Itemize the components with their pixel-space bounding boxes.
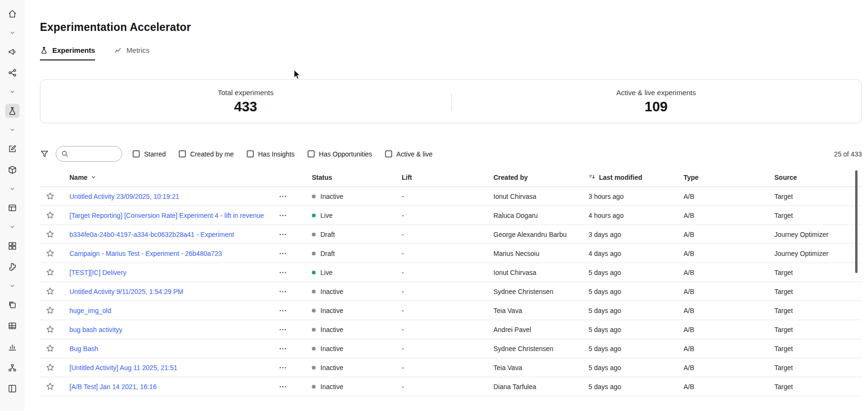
checkbox-box[interactable] [247,150,254,157]
experiment-name-link[interactable]: [TEST][IC] Delivery [69,269,126,276]
star-icon[interactable] [46,230,55,239]
chevron-down-icon[interactable] [5,281,19,291]
star-icon[interactable] [46,382,55,391]
experiment-name-link[interactable]: b334fe0a-24b0-4197-a334-bc0632b28a41 - E… [69,231,234,238]
lift-value: - [395,364,485,372]
source-value: Target [766,288,862,295]
more-actions-button[interactable] [276,343,290,354]
more-actions-button[interactable] [276,362,290,373]
more-actions-button[interactable] [276,382,290,392]
more-actions-button[interactable] [276,248,290,259]
chevron-down-icon[interactable] [5,87,19,97]
checkbox-has-opportunities[interactable]: Has Opportunities [308,150,372,158]
star-icon[interactable] [46,211,55,220]
experiment-name-link[interactable]: huge_img_old [69,307,111,314]
more-actions-button[interactable] [276,267,290,278]
lift-value: - [395,288,485,295]
experiment-name-link[interactable]: [Untitled Activity] Aug 11 2025, 21:51 [69,364,177,372]
column-header-lift[interactable]: Lift [395,174,485,181]
lift-value: - [395,345,485,352]
ellipsis-icon [279,230,287,239]
box-icon[interactable] [5,163,19,177]
checkbox-box[interactable] [308,150,315,157]
experiment-name-link[interactable]: Bug Bash [69,345,98,352]
star-icon[interactable] [46,192,55,201]
last-modified: 3 days ago [580,231,675,238]
more-actions-button[interactable] [276,305,290,316]
result-count: 25 of 433 [834,150,862,158]
chevron-down-icon[interactable] [5,125,19,135]
column-header-last-modified[interactable]: Last modified [580,174,675,181]
checkbox-has-insights[interactable]: Has Insights [247,150,295,158]
grid-icon[interactable] [5,239,19,253]
chevron-down-icon[interactable] [5,222,19,232]
chevron-down-icon[interactable] [5,28,19,38]
star-icon[interactable] [46,363,55,372]
panels-icon[interactable] [5,382,19,396]
more-actions-button[interactable] [276,286,290,297]
column-header-name[interactable]: Name [60,174,302,181]
star-icon[interactable] [46,287,55,296]
checkbox-box[interactable] [385,150,392,157]
column-header-type[interactable]: Type [675,174,766,181]
column-header-created-by[interactable]: Created by [485,174,580,181]
status-dot [312,366,316,370]
org-icon[interactable] [5,361,19,375]
copy-icon[interactable] [5,298,19,312]
puzzle-icon[interactable] [5,260,19,274]
table-row: [Target Reporting] [Conversion Rate] Exp… [40,206,862,225]
filter-funnel-button[interactable] [40,149,49,158]
edit-icon[interactable] [5,142,19,156]
tab-bar: Experiments Metrics [40,46,868,60]
lift-value: - [395,269,485,276]
experiment-name-link[interactable]: Untitled Activity 9/11/2025, 1:54:29 PM [69,288,183,295]
created-by: Ionut Chirvasa [485,269,580,276]
chart-icon[interactable] [5,340,19,354]
experiment-name-link[interactable]: Untitled Activity 23/09/2025, 10:19:21 [69,193,179,200]
more-actions-button[interactable] [276,210,290,221]
page-title: Experimentation Accelerator [40,21,868,34]
star-icon[interactable] [46,306,55,315]
type-value: A/B [675,383,766,391]
table-scrollbar[interactable] [855,170,858,273]
workflow-icon[interactable] [5,66,19,80]
experiment-name-link[interactable]: [Target Reporting] [Conversion Rate] Exp… [69,212,264,219]
table-row: Untitled Activity 23/09/2025, 10:19:21 I… [40,187,862,206]
status-label: Inactive [320,307,343,314]
checkbox-starred[interactable]: Starred [133,150,166,158]
star-icon[interactable] [46,325,55,334]
lift-value: - [395,193,485,200]
table-icon[interactable] [5,319,19,333]
column-header-status[interactable]: Status [302,174,395,181]
type-value: A/B [675,326,766,333]
column-label: Lift [402,174,412,181]
flask-experiments-icon[interactable] [5,104,19,118]
checkbox-created-by-me[interactable]: Created by me [179,150,234,158]
tab-metrics[interactable]: Metrics [114,46,149,60]
experiment-name-link[interactable]: Campaign - Marius Test - Experiment - 26… [69,250,222,257]
checkbox-active-live[interactable]: Active & live [385,150,433,158]
column-header-source[interactable]: Source [766,174,862,181]
star-icon[interactable] [46,344,55,353]
data-table-icon[interactable] [5,201,19,215]
column-label: Status [312,174,332,181]
status-dot [312,385,316,389]
more-actions-button[interactable] [276,324,290,335]
status-label: Live [320,269,333,276]
more-actions-button[interactable] [276,229,290,240]
status-dot [312,214,316,217]
megaphone-icon[interactable] [5,45,19,59]
checkbox-box[interactable] [133,150,140,157]
experiment-name-link[interactable]: [A/B Test] Jan 14 2021, 16:16 [69,383,156,391]
star-icon[interactable] [46,249,55,258]
ellipsis-icon [279,249,287,258]
chevron-down-icon[interactable] [5,184,19,194]
checkbox-box[interactable] [179,150,186,157]
status-label: Inactive [320,193,343,200]
home-icon[interactable] [5,7,19,21]
star-icon[interactable] [46,268,55,277]
tab-experiments[interactable]: Experiments [40,46,95,60]
experiment-name-link[interactable]: bug bash activityy [69,326,122,333]
more-actions-button[interactable] [276,191,290,202]
table-row: [Untitled Activity] Aug 11 2025, 21:51 I… [40,358,862,377]
